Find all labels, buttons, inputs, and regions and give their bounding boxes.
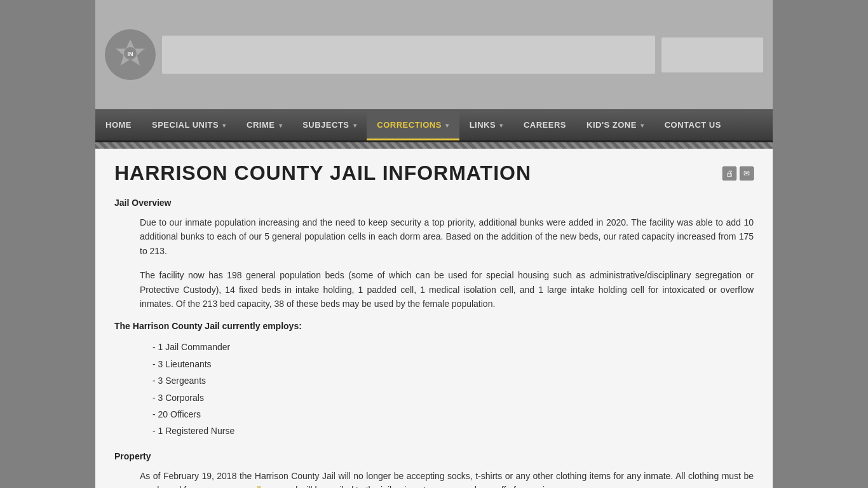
nav-arrow-kids-zone: ▾ — [639, 122, 644, 129]
main-nav: HOMESPECIAL UNITS ▾CRIME ▾SUBJECTS ▾CORR… — [95, 111, 773, 142]
nav-link-contact-us[interactable]: CONTACT US — [654, 111, 731, 139]
page-icons: 🖨 ✉ — [722, 166, 754, 180]
staff-list-item: - 3 Lieutenants — [153, 357, 754, 371]
nav-item-contact-us[interactable]: CONTACT US — [654, 111, 731, 140]
svg-text:IN: IN — [128, 51, 133, 57]
nav-arrow-corrections: ▾ — [444, 122, 449, 129]
staff-list: - 1 Jail Commander- 3 Lieutenants- 3 Ser… — [114, 340, 754, 438]
careacell-link[interactable]: www.careacell.com — [204, 485, 280, 488]
jail-overview-para-2: The facility now has 198 general populat… — [140, 268, 754, 311]
email-button[interactable]: ✉ — [740, 166, 754, 180]
nav-link-corrections[interactable]: CORRECTIONS ▾ — [367, 111, 459, 140]
staff-list-item: - 3 Sergeants — [153, 374, 754, 388]
nav-arrow-special-units: ▾ — [220, 122, 226, 129]
property-heading: Property — [114, 451, 754, 461]
nav-arrow-crime: ▾ — [276, 122, 282, 129]
stripe-divider — [95, 142, 773, 149]
nav-link-home[interactable]: HOME — [95, 111, 142, 139]
staff-list-item: - 20 Officers — [153, 407, 754, 421]
header-banner — [162, 36, 655, 74]
staff-list-item: - 3 Corporals — [153, 391, 754, 405]
nav-item-crime[interactable]: CRIME ▾ — [236, 111, 292, 140]
jail-overview-para-1: Due to our inmate population increasing … — [140, 215, 754, 258]
nav-link-links[interactable]: LINKS ▾ — [459, 111, 513, 139]
nav-item-corrections[interactable]: CORRECTIONS ▾ — [367, 111, 459, 140]
property-text-suffix: and will be mailed to the jail or inmate… — [280, 485, 567, 488]
content-area: HARRISON COUNTY JAIL INFORMATION 🖨 ✉ Jai… — [95, 149, 773, 488]
print-button[interactable]: 🖨 — [722, 166, 736, 180]
page-title: HARRISON COUNTY JAIL INFORMATION — [114, 161, 531, 185]
nav-link-subjects[interactable]: SUBJECTS ▾ — [292, 111, 367, 139]
header-extra — [661, 37, 763, 72]
jail-overview-heading: Jail Overview — [114, 198, 754, 208]
nav-item-special-units[interactable]: SPECIAL UNITS ▾ — [142, 111, 236, 140]
employs-heading: The Harrison County Jail currently emplo… — [114, 321, 754, 331]
nav-link-special-units[interactable]: SPECIAL UNITS ▾ — [142, 111, 236, 139]
nav-item-links[interactable]: LINKS ▾ — [459, 111, 513, 140]
sheriff-logo: IN — [105, 29, 156, 80]
nav-link-kids-zone[interactable]: KID'S ZONE ▾ — [576, 111, 654, 139]
nav-arrow-subjects: ▾ — [351, 122, 357, 129]
nav-arrow-links: ▾ — [498, 122, 503, 129]
nav-link-crime[interactable]: CRIME ▾ — [236, 111, 292, 139]
property-section: Property As of February 19, 2018 the Har… — [114, 451, 754, 488]
nav-link-careers[interactable]: CAREERS — [513, 111, 576, 139]
nav-item-kids-zone[interactable]: KID'S ZONE ▾ — [576, 111, 654, 140]
nav-item-careers[interactable]: CAREERS — [513, 111, 576, 140]
property-para: As of February 19, 2018 the Harrison Cou… — [140, 469, 754, 488]
page-header-row: HARRISON COUNTY JAIL INFORMATION 🖨 ✉ — [114, 161, 754, 185]
staff-list-item: - 1 Jail Commander — [153, 340, 754, 354]
nav-item-home[interactable]: HOME — [95, 111, 142, 140]
page-wrapper: IN HOMESPECIAL UNITS ▾CRIME ▾SUBJECTS ▾C… — [95, 0, 773, 488]
staff-list-item: - 1 Registered Nurse — [153, 424, 754, 438]
nav-item-subjects[interactable]: SUBJECTS ▾ — [292, 111, 367, 140]
header-area: IN — [95, 0, 773, 111]
